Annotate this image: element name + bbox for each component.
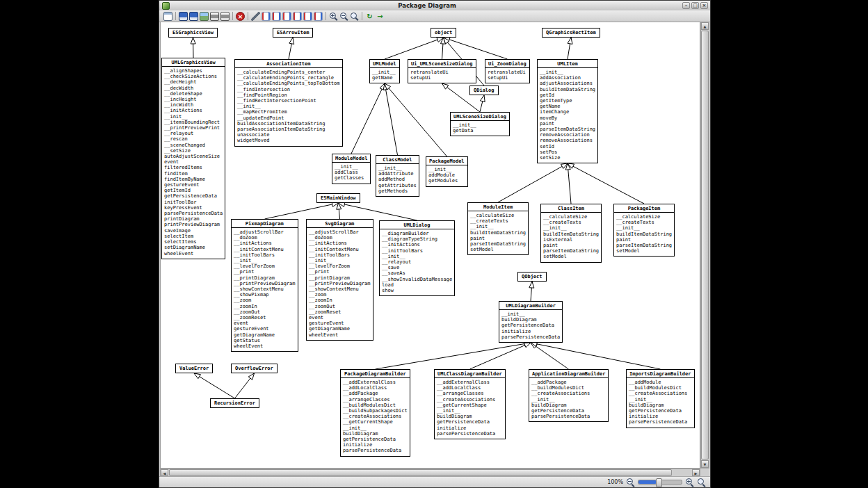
- associate-icon[interactable]: [251, 12, 260, 21]
- class-box-ValueError[interactable]: ValueError: [175, 364, 213, 373]
- class-box-PackageModel[interactable]: PackageModel__init__addModulegetModules: [426, 156, 468, 187]
- class-members: __init__addClassgetClasses: [332, 163, 370, 184]
- align-hcenter-icon[interactable]: [272, 12, 281, 21]
- scroll-up-button[interactable]: ▲: [701, 22, 709, 30]
- zoom-slider[interactable]: [638, 480, 682, 485]
- new-window-icon[interactable]: [163, 12, 172, 21]
- scroll-down-button[interactable]: ▼: [701, 460, 709, 468]
- diagram-canvas[interactable]: E5GraphicsViewE5ArrowItemobjectQGraphics…: [160, 22, 700, 469]
- class-name: UMLDialog: [380, 221, 454, 229]
- print-icon[interactable]: [210, 12, 219, 21]
- close-button[interactable]: ×: [700, 2, 708, 9]
- inheritance-edge: [385, 83, 398, 155]
- align-vcenter-icon[interactable]: [303, 12, 312, 21]
- maximize-button[interactable]: □: [691, 2, 699, 9]
- titlebar[interactable]: Package Diagram – □ ×: [159, 1, 710, 11]
- align-bottom-icon[interactable]: [314, 12, 323, 21]
- class-box-RecursionError[interactable]: RecursionError: [210, 398, 259, 408]
- align-right-icon[interactable]: [282, 12, 291, 21]
- vertical-scrollbar[interactable]: ▲ ▼: [700, 22, 709, 469]
- class-name: UMLModel: [370, 60, 399, 68]
- inheritance-edge: [444, 38, 508, 59]
- class-box-QDialog[interactable]: QDialog: [469, 86, 499, 95]
- class-name: ModuleItem: [468, 203, 528, 211]
- toolbar-separator: [232, 12, 233, 20]
- relayout-icon[interactable]: ↻: [365, 12, 374, 21]
- toolbar: ×↻→: [159, 10, 710, 22]
- class-name: UMLClassDiagramBuilder: [435, 370, 505, 378]
- class-members: retranslateUisetupUi: [485, 68, 529, 83]
- class-box-E5MainWindow[interactable]: E5MainWindow: [316, 193, 360, 203]
- class-box-E5GraphicsView[interactable]: E5GraphicsView: [168, 28, 218, 38]
- class-box-PixmapDiagram[interactable]: PixmapDiagram__adjustScrollBar__doZoom__…: [231, 219, 298, 352]
- class-box-UMLDialog[interactable]: UMLDialog__diagramBuilder__diagramTypeSt…: [379, 220, 455, 296]
- scroll-left-button[interactable]: ◀: [161, 469, 168, 476]
- class-name: object: [431, 29, 456, 37]
- zoom-in-icon[interactable]: [685, 478, 694, 487]
- close-diagram-icon[interactable]: ×: [236, 12, 245, 21]
- class-name: PackageItem: [614, 204, 674, 213]
- class-box-E5ArrowItem[interactable]: E5ArrowItem: [273, 28, 313, 38]
- zoom-out-icon[interactable]: [339, 12, 348, 21]
- class-box-OverflowError[interactable]: OverflowError: [231, 364, 278, 373]
- class-box-object[interactable]: object: [431, 28, 456, 38]
- save-icon[interactable]: [179, 12, 188, 21]
- class-name: ClassItem: [541, 204, 601, 213]
- class-box-PackageItem[interactable]: PackageItem__calculateSize__createTexts_…: [613, 204, 675, 257]
- class-box-QObject[interactable]: QObject: [517, 272, 547, 282]
- class-box-ModuleItem[interactable]: ModuleItem__calculateSize__createTexts__…: [467, 202, 529, 255]
- class-members: __addPackage__buildModulesDict__createAs…: [529, 378, 608, 421]
- zoom-reset-icon[interactable]: [697, 478, 706, 487]
- class-members: __init__buildDiagramgetPersistenceDatain…: [499, 310, 562, 342]
- vertical-scroll-thumb[interactable]: [701, 31, 709, 459]
- align-left-icon[interactable]: [262, 12, 271, 21]
- toolbar-separator: [175, 12, 176, 20]
- class-box-SvgDiagram[interactable]: SvgDiagram__adjustScrollBar__doZoom__ini…: [306, 219, 373, 341]
- class-box-UMLModel[interactable]: UMLModel__init__getName: [369, 59, 400, 83]
- class-box-PackageDiagramBuilder[interactable]: PackageDiagramBuilder__addExternalClass_…: [340, 369, 410, 457]
- class-box-UMLClassDiagramBuilder[interactable]: UMLClassDiagramBuilder__addExternalClass…: [434, 369, 506, 439]
- class-name: UMLItem: [538, 60, 597, 68]
- scroll-right-button[interactable]: ▶: [692, 469, 700, 476]
- class-box-Ui_ZoomDialog[interactable]: Ui_ZoomDialogretranslateUisetupUi: [485, 59, 530, 83]
- class-box-AssociationItem[interactable]: AssociationItem__calculateEndingPoints_c…: [234, 59, 343, 147]
- class-members: __addExternalClass__addLocalClass__arran…: [435, 378, 505, 439]
- inheritance-edge: [376, 343, 531, 369]
- rescan-icon[interactable]: →: [376, 12, 385, 21]
- class-name: ClassModel: [376, 156, 419, 164]
- horizontal-scroll-thumb[interactable]: [169, 469, 672, 476]
- class-box-UMLItem[interactable]: UMLItem__init__addAssociationadjustAssoc…: [537, 59, 598, 163]
- class-box-UMLDiagramBuilder[interactable]: UMLDiagramBuilder__init__buildDiagramget…: [499, 301, 563, 343]
- class-box-UMLSceneSizeDialog[interactable]: UMLSceneSizeDialog__init__getData: [450, 112, 510, 136]
- zoom-reset-icon[interactable]: [350, 12, 359, 21]
- class-members: retranslateUisetupUi: [408, 68, 476, 83]
- window-title: Package Diagram: [172, 2, 682, 9]
- class-name: AssociationItem: [235, 60, 342, 68]
- class-box-UMLGraphicsView[interactable]: UMLGraphicsView__alignShapes__checkSizeA…: [161, 58, 225, 259]
- class-box-ClassItem[interactable]: ClassItem__calculateSize__createTexts__i…: [540, 204, 602, 263]
- inheritance-edge: [265, 203, 339, 219]
- zoom-out-icon[interactable]: [626, 478, 635, 487]
- zoom-slider-handle[interactable]: [656, 478, 662, 487]
- class-box-ModuleModel[interactable]: ModuleModel__init__addClassgetClasses: [332, 154, 371, 184]
- class-name: ApplicationDiagramBuilder: [529, 370, 608, 378]
- class-box-QGraphicsRectItem[interactable]: QGraphicsRectItem: [542, 28, 600, 38]
- class-members: __init__addAssociationadjustAssociations…: [538, 68, 597, 163]
- save-image-icon[interactable]: [200, 12, 209, 21]
- class-box-ImportsDiagramBuilder[interactable]: ImportsDiagramBuilder__addModule__buildM…: [626, 369, 695, 428]
- class-box-ApplicationDiagramBuilder[interactable]: ApplicationDiagramBuilder__addPackage__b…: [529, 369, 609, 422]
- save-as-icon[interactable]: [189, 12, 198, 21]
- class-name: E5MainWindow: [317, 194, 360, 202]
- class-name: E5GraphicsView: [169, 29, 217, 37]
- inheritance-arrowhead: [529, 282, 534, 288]
- inheritance-arrowhead: [442, 83, 449, 89]
- zoom-in-icon[interactable]: [329, 12, 338, 21]
- print-preview-icon[interactable]: [220, 12, 230, 21]
- inheritance-arrowhead: [191, 38, 195, 44]
- toolbar-separator: [326, 12, 326, 20]
- inheritance-edge: [498, 163, 568, 202]
- align-top-icon[interactable]: [293, 12, 302, 21]
- minimize-button[interactable]: –: [682, 2, 690, 9]
- class-box-Ui_UMLSceneSizeDialog[interactable]: Ui_UMLSceneSizeDialogretranslateUisetupU…: [408, 59, 476, 83]
- class-box-ClassModel[interactable]: ClassModel__init__addAttributeaddMethodg…: [376, 155, 419, 197]
